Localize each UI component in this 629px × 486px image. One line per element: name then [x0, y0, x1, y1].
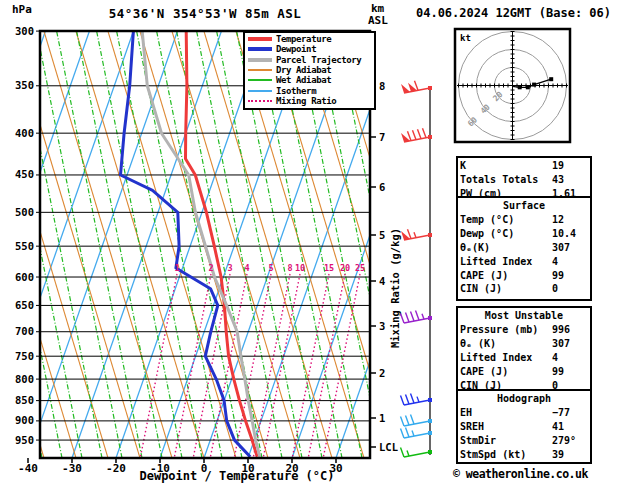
legend-item-label: Mixing Ratio	[276, 96, 336, 106]
row-label: Lifted Index	[460, 255, 552, 269]
row-value: 4	[552, 255, 588, 269]
hodograph-unit-label: kt	[460, 33, 471, 43]
table-row: StmDir279°	[460, 434, 588, 448]
row-label: Totals Totals	[460, 173, 552, 187]
temp-tick-label: -30	[62, 462, 82, 475]
table-row: K19	[460, 159, 588, 173]
pressure-tick-label: 450	[15, 168, 34, 180]
legend-item-mixing-ratio: Mixing Ratio	[248, 96, 374, 106]
sounding-screenshot: 1234581015202530035040045050055060065070…	[0, 0, 629, 486]
table-row: θₑ(K)307	[460, 241, 588, 255]
legend-line-sample	[248, 37, 272, 41]
wind-barb-icon	[401, 81, 432, 93]
wind-barb-icon	[401, 311, 433, 323]
table-header: Surface	[460, 199, 588, 213]
table-most-unstable: Most UnstablePressure (mb)996θₑ (K)307Li…	[456, 306, 592, 392]
table-row: Lifted Index4	[460, 351, 588, 365]
row-value: 279°	[552, 434, 588, 448]
mixing-ratio-line	[263, 274, 300, 458]
lcl-label: LCL	[379, 441, 398, 453]
table-row: Lifted Index4	[460, 255, 588, 269]
mixing-ratio-axis-label: Mixing Ratio (g/kg)	[389, 228, 401, 348]
mixing-ratio-value-label: 5	[268, 263, 273, 273]
row-label: EH	[460, 406, 552, 420]
pressure-tick-label: 750	[15, 350, 34, 362]
row-value: −77	[552, 406, 588, 420]
plot-area: 12345810152025	[0, 31, 455, 458]
km-tick-label: 7	[379, 131, 385, 143]
km-tick-label: 2	[379, 367, 385, 379]
table-hodograph: HodographEH−77SREH41StmDir279°StmSpd (kt…	[456, 389, 592, 464]
row-value: 10.4	[552, 227, 588, 241]
mixing-ratio-line	[308, 274, 345, 458]
dry-adiabat-line	[364, 31, 455, 458]
legend-line-sample	[248, 90, 272, 92]
pressure-tick-label: 550	[15, 240, 34, 252]
mixing-ratio-value-label: 2	[208, 263, 213, 273]
km-tick-label: 8	[379, 80, 385, 92]
dry-adiabat-line	[0, 31, 76, 458]
table-row: EH−77	[460, 406, 588, 420]
pressure-tick-label: 500	[15, 206, 34, 218]
row-value: 12	[552, 213, 588, 227]
row-value: 41	[552, 420, 588, 434]
table-indices: K19Totals Totals43PW (cm)1.61	[456, 156, 592, 199]
row-label: CIN (J)	[460, 282, 552, 296]
row-value: 19	[552, 159, 588, 173]
mixing-ratio-value-label: 25	[355, 263, 365, 273]
wind-barb-icon	[401, 128, 432, 142]
hodograph-trace-marker	[532, 83, 536, 87]
mixing-ratio-line	[140, 274, 177, 458]
mixing-ratio-value-label: 1	[174, 263, 179, 273]
row-label: Pressure (mb)	[460, 323, 552, 337]
row-label: CAPE (J)	[460, 269, 552, 283]
pressure-tick-label: 800	[15, 373, 34, 385]
legend-line-sample	[248, 58, 272, 62]
legend-item-label: Wet Adiabat	[276, 75, 331, 85]
legend-item-label: Isotherm	[276, 86, 316, 96]
table-row: Dewp (°C)10.4	[460, 227, 588, 241]
row-label: θₑ(K)	[460, 241, 552, 255]
table-row: CIN (J)0	[460, 282, 588, 296]
table-row: SREH41	[460, 420, 588, 434]
mixing-ratio-value-label: 3	[227, 263, 232, 273]
wind-barb-icon	[401, 394, 433, 405]
row-label: StmDir	[460, 434, 552, 448]
row-label: Dewp (°C)	[460, 227, 552, 241]
legend-line-sample	[248, 69, 272, 71]
km-tick-label: 6	[379, 181, 385, 193]
mixing-ratio-value-label: 10	[295, 263, 305, 273]
km-tick-label: 4	[379, 275, 385, 287]
pressure-tick-label: 700	[15, 325, 34, 337]
x-axis-title: Dewpoint / Temperature (°C)	[139, 469, 334, 483]
table-header: Most Unstable	[460, 309, 588, 323]
chart-legend: TemperatureDewpointParcel TrajectoryDry …	[243, 31, 376, 110]
table-row: Temp (°C)12	[460, 213, 588, 227]
row-value: 99	[552, 269, 588, 283]
mixing-ratio-value-label: 15	[324, 263, 334, 273]
wind-barb-icon	[401, 428, 433, 438]
legend-line-sample	[248, 100, 272, 102]
table-row: θₑ (K)307	[460, 337, 588, 351]
temp-tick-label: -20	[106, 462, 126, 475]
row-value: 0	[552, 282, 588, 296]
row-label: K	[460, 159, 552, 173]
table-header: Hodograph	[460, 392, 588, 406]
isotherm-line	[28, 31, 177, 458]
row-label: Temp (°C)	[460, 213, 552, 227]
mixing-ratio-line	[323, 274, 360, 458]
table-surface: SurfaceTemp (°C)12Dewp (°C)10.4θₑ(K)307L…	[456, 196, 592, 301]
pressure-tick-label: 400	[15, 127, 34, 139]
table-row: StmSpd (kt)39	[460, 448, 588, 462]
legend-line-sample	[248, 79, 272, 81]
skewt-chart: 1234581015202530035040045050055060065070…	[0, 0, 455, 486]
legend-item-temperature: Temperature	[248, 34, 374, 44]
table-row: CAPE (J)99	[460, 269, 588, 283]
table-row: Pressure (mb)996	[460, 323, 588, 337]
row-label: CAPE (J)	[460, 365, 552, 379]
pressure-tick-label: 350	[15, 79, 34, 91]
row-value: 39	[552, 448, 588, 462]
row-value: 99	[552, 365, 588, 379]
mixing-ratio-value-label: 20	[340, 263, 350, 273]
row-value: 43	[552, 173, 588, 187]
